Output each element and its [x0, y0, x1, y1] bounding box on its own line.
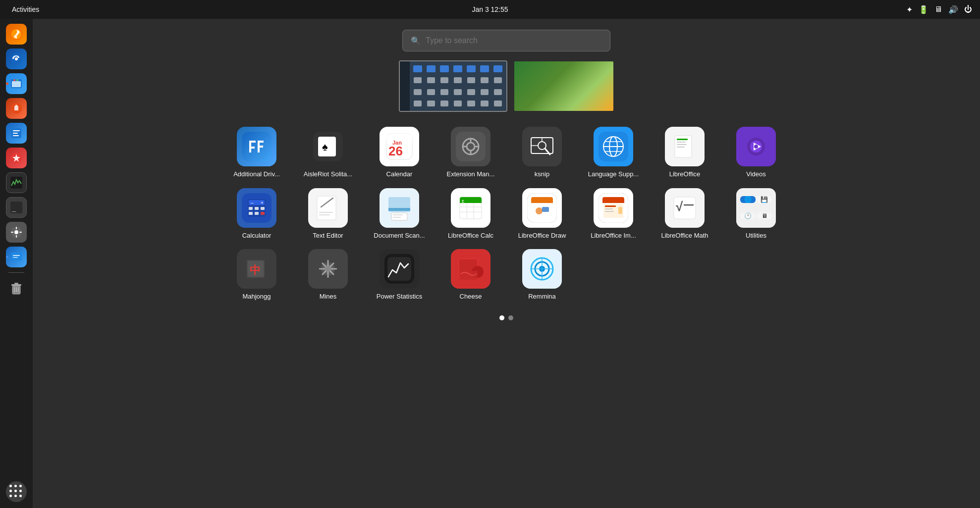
svg-point-131 — [326, 266, 330, 271]
sidebar-item-app5[interactable] — [5, 122, 28, 145]
grid-dots-icon — [9, 485, 23, 499]
app-mahjongg[interactable]: 中 Mahjongg — [227, 249, 286, 301]
app-label-language-support: Language Supp... — [588, 170, 639, 178]
svg-rect-27 — [11, 284, 21, 286]
app-icon-extension-manager — [451, 127, 490, 166]
page-dot-1[interactable] — [499, 315, 504, 320]
svg-rect-42 — [456, 132, 486, 161]
app-label-mahjongg: Mahjongg — [242, 293, 271, 301]
workspace-2[interactable] — [513, 60, 614, 112]
sidebar-item-activity-monitor[interactable] — [5, 171, 28, 194]
svg-point-70 — [754, 145, 758, 149]
svg-rect-133 — [387, 257, 411, 281]
sidebar-item-settings[interactable] — [5, 221, 28, 244]
app-icon-libreoffice-impress — [594, 188, 633, 228]
page-dot-2[interactable] — [508, 315, 513, 320]
sidebar-item-terminal[interactable]: _ — [5, 196, 28, 219]
svg-rect-78 — [261, 207, 265, 210]
search-icon: 🔍 — [411, 36, 421, 46]
app-icon-document-scanner — [380, 188, 419, 228]
svg-rect-110 — [602, 200, 624, 203]
svg-rect-4 — [12, 81, 21, 87]
apps-row-3: 中 Mahjongg Mines Power Statistics — [227, 249, 572, 301]
app-mines[interactable]: Mines — [298, 249, 358, 301]
svg-rect-19 — [16, 235, 17, 238]
svg-rect-90 — [391, 213, 407, 220]
screen-icon[interactable]: 🖥 — [934, 5, 942, 14]
svg-rect-91 — [393, 214, 403, 215]
svg-rect-32 — [242, 132, 272, 161]
svg-rect-11 — [13, 135, 19, 136]
sidebar-item-app4[interactable] — [5, 97, 28, 120]
app-label-calculator: Calculator — [242, 232, 272, 240]
app-text-editor[interactable]: Text Editor — [298, 188, 358, 240]
app-icon-libreoffice — [665, 127, 705, 166]
app-additional-drivers[interactable]: Additional Driv... — [227, 127, 286, 178]
app-label-document-scanner: Document Scan... — [374, 232, 425, 240]
svg-rect-77 — [255, 207, 259, 210]
app-icon-libreoffice-math: √ — [665, 188, 705, 228]
app-icon-language-support — [594, 127, 633, 166]
apps-row-2: –+ Calculator Text Editor Document Scan.… — [227, 188, 786, 240]
app-label-libreoffice-draw: LibreOffice Draw — [518, 232, 566, 240]
activities-button[interactable]: Activities — [8, 3, 43, 15]
sidebar-item-thunderbird[interactable] — [5, 48, 28, 70]
svg-rect-114 — [605, 211, 614, 212]
app-label-extension-manager: Extension Man... — [447, 170, 495, 178]
topbar: Activities Jan 3 12:55 ✦ 🔋 🖥 🔊 ⏻ — [0, 0, 980, 19]
app-label-text-editor: Text Editor — [313, 232, 343, 240]
app-power-statistics[interactable]: Power Statistics — [370, 249, 429, 301]
svg-text:26: 26 — [388, 144, 403, 158]
app-calendar[interactable]: Jan26 Calendar — [370, 127, 429, 178]
app-remmina[interactable]: Remmina — [512, 249, 572, 301]
svg-text:+: + — [261, 200, 264, 205]
sidebar-item-app6[interactable] — [5, 147, 28, 169]
workspace-1[interactable] — [399, 60, 507, 112]
power-icon[interactable]: ⏻ — [964, 5, 972, 14]
svg-point-5 — [13, 79, 15, 81]
sidebar-item-finder[interactable] — [5, 72, 28, 95]
svg-rect-10 — [13, 133, 18, 134]
svg-rect-66 — [677, 147, 685, 148]
app-libreoffice-impress[interactable]: LibreOffice Im... — [584, 188, 643, 240]
workspaces — [399, 60, 614, 112]
app-libreoffice-calc[interactable]: Σ LibreOffice Calc — [441, 188, 500, 240]
topbar-right: ✦ 🔋 🖥 🔊 ⏻ — [906, 5, 972, 14]
app-libreoffice-math[interactable]: √ LibreOffice Math — [655, 188, 714, 240]
svg-point-2 — [15, 57, 18, 60]
app-extension-manager[interactable]: Extension Man... — [441, 127, 500, 178]
app-videos[interactable]: Videos — [726, 127, 786, 178]
svg-rect-76 — [249, 207, 253, 210]
app-cheese[interactable]: Cheese — [441, 249, 500, 301]
app-ksnip[interactable]: ksnip — [512, 127, 572, 178]
app-icon-calendar: Jan26 — [380, 127, 419, 166]
app-libreoffice[interactable]: LibreOffice — [655, 127, 714, 178]
svg-rect-31 — [18, 287, 19, 292]
svg-rect-138 — [460, 271, 478, 280]
app-aisleriot[interactable]: ♠ AisleRiot Solita... — [298, 127, 358, 178]
search-input[interactable] — [426, 36, 602, 45]
search-bar[interactable]: 🔍 — [402, 30, 610, 51]
sidebar-item-messages[interactable] — [5, 246, 28, 268]
app-label-cheese: Cheese — [460, 293, 482, 301]
app-calculator[interactable]: –+ Calculator — [227, 188, 286, 240]
svg-rect-113 — [605, 208, 613, 209]
extensions-icon[interactable]: ✦ — [906, 5, 913, 14]
app-utilities[interactable]: 🌐 💾 🕐 🖥 Utilities — [726, 188, 786, 240]
show-apps-button[interactable] — [6, 481, 27, 502]
svg-text:–: – — [251, 200, 254, 205]
app-libreoffice-draw[interactable]: LibreOffice Draw — [512, 188, 572, 240]
app-label-remmina: Remmina — [528, 293, 556, 301]
app-label-calendar: Calendar — [386, 170, 413, 178]
svg-rect-83 — [317, 196, 336, 220]
app-icon-power-statistics — [380, 249, 419, 289]
sidebar-item-trash[interactable] — [5, 277, 28, 300]
sidebar-item-firefox[interactable] — [5, 23, 28, 46]
svg-rect-86 — [319, 214, 330, 215]
app-document-scanner[interactable]: Document Scan... — [370, 188, 429, 240]
app-language-support[interactable]: Language Supp... — [584, 127, 643, 178]
app-label-videos: Videos — [746, 170, 766, 178]
volume-icon[interactable]: 🔊 — [948, 5, 958, 14]
svg-rect-64 — [677, 142, 686, 143]
battery-icon[interactable]: 🔋 — [919, 5, 928, 14]
